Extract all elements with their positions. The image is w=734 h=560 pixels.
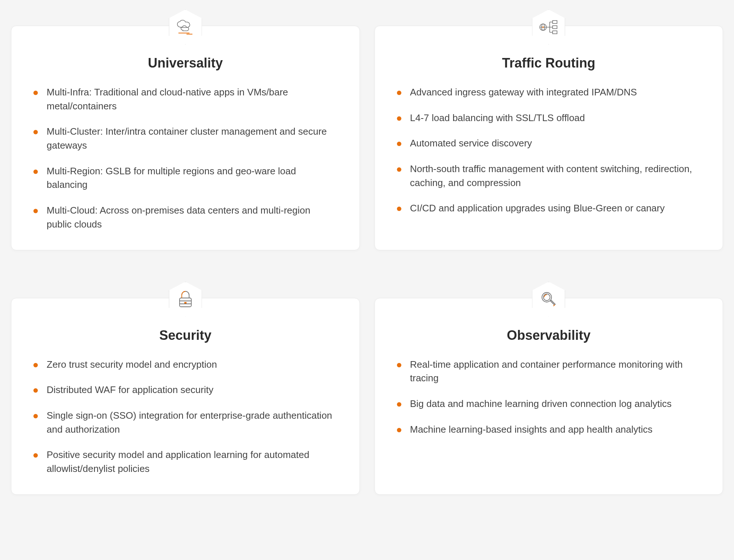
icon-hex bbox=[532, 10, 565, 44]
card-universality: Universality Multi-Infra: Traditional an… bbox=[11, 26, 360, 250]
list-item: Single sign-on (SSO) integration for ent… bbox=[33, 409, 337, 436]
card-title: Universality bbox=[33, 55, 337, 71]
svg-rect-7 bbox=[553, 31, 557, 34]
bullet-list: Advanced ingress gateway with integrated… bbox=[397, 86, 701, 215]
list-item: Multi-Cloud: Across on-premises data cen… bbox=[33, 204, 337, 231]
list-item: Multi-Infra: Traditional and cloud-nativ… bbox=[33, 86, 337, 113]
list-item: Zero trust security model and encryption bbox=[33, 358, 337, 372]
list-item: Distributed WAF for application security bbox=[33, 383, 337, 397]
list-item: Big data and machine learning driven con… bbox=[397, 397, 701, 411]
list-item: Advanced ingress gateway with integrated… bbox=[397, 86, 701, 99]
card-observability: Observability Real-time application and … bbox=[375, 298, 723, 495]
svg-rect-6 bbox=[553, 26, 557, 29]
icon-badge bbox=[169, 282, 202, 317]
list-item: Machine learning-based insights and app … bbox=[397, 423, 701, 437]
bullet-list: Zero trust security model and encryption… bbox=[33, 358, 337, 476]
svg-point-8 bbox=[542, 26, 544, 28]
list-item: Positive security model and application … bbox=[33, 448, 337, 476]
card-title: Traffic Routing bbox=[397, 55, 701, 71]
bullet-list: Multi-Infra: Traditional and cloud-nativ… bbox=[33, 86, 337, 232]
list-item: L4-7 load balancing with SSL/TLS offload bbox=[397, 111, 701, 125]
list-item: CI/CD and application upgrades using Blu… bbox=[397, 201, 701, 215]
routing-icon bbox=[539, 19, 558, 35]
card-title: Observability bbox=[397, 328, 701, 343]
list-item: Multi-Region: GSLB for multiple regions … bbox=[33, 164, 337, 192]
icon-hex bbox=[532, 282, 565, 317]
list-item: Real-time application and container perf… bbox=[397, 358, 701, 385]
icon-badge bbox=[532, 282, 565, 317]
icon-hex bbox=[169, 282, 202, 317]
card-title: Security bbox=[33, 328, 337, 343]
list-item: Multi-Cluster: Inter/intra container clu… bbox=[33, 125, 337, 152]
list-item: North-south traffic management with cont… bbox=[397, 162, 701, 190]
bullet-list: Real-time application and container perf… bbox=[397, 358, 701, 437]
list-item: Automated service discovery bbox=[397, 137, 701, 150]
svg-rect-5 bbox=[553, 21, 557, 23]
card-traffic-routing: Traffic Routing Advanced ingress gateway… bbox=[375, 26, 723, 250]
icon-badge bbox=[169, 10, 202, 44]
lock-icon bbox=[177, 290, 194, 308]
icon-hex bbox=[169, 10, 202, 44]
cards-grid: Universality Multi-Infra: Traditional an… bbox=[11, 7, 723, 495]
cloud-icon bbox=[176, 20, 195, 34]
card-security: Security Zero trust security model and e… bbox=[11, 298, 360, 495]
magnify-icon bbox=[540, 291, 557, 308]
svg-rect-12 bbox=[184, 302, 187, 303]
page: Universality Multi-Infra: Traditional an… bbox=[0, 0, 734, 517]
icon-badge bbox=[532, 10, 565, 44]
